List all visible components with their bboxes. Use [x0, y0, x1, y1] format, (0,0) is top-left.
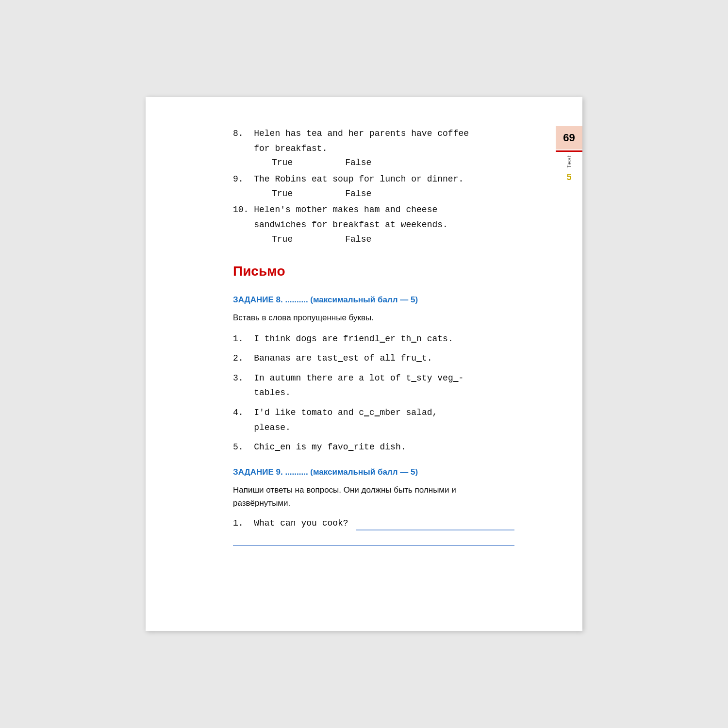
- zadanie9-header: ЗАДАНИЕ 9. .......... (максимальный балл…: [233, 465, 514, 479]
- question-8: 8. Helen has tea and her parents have co…: [233, 126, 514, 170]
- zadanie8-item-4: 4. I'd like tomato and c_c_mber salad, p…: [233, 405, 514, 435]
- tab-number: 5: [566, 172, 571, 182]
- zadanie9-question-text: 1. What can you cook?: [233, 516, 353, 530]
- page-number: 69: [556, 126, 582, 149]
- page: 69 Test 5 8. Helen has tea and her paren…: [146, 97, 582, 631]
- answer-blank-line[interactable]: [356, 522, 514, 530]
- zadanie8-item-5: 5. Chic_en is my favo_rite dish.: [233, 440, 514, 455]
- zadanie9-item-1: 1. What can you cook?: [233, 516, 514, 530]
- red-divider: [556, 150, 582, 152]
- sidebar-tab: 69 Test 5: [556, 126, 582, 182]
- question-10-trueFalse: True False: [233, 232, 514, 247]
- question-8-trueFalse: True False: [233, 156, 514, 170]
- zadanie8-item-1: 1. I think dogs are friendl_er th_n cats…: [233, 331, 514, 347]
- zadanie8-header: ЗАДАНИЕ 8. .......... (максимальный балл…: [233, 293, 514, 306]
- answer-continuation-line: [233, 537, 514, 546]
- zadanie9-instruction: Напиши ответы на вопросы. Они должны быт…: [233, 483, 514, 510]
- main-content: 8. Helen has tea and her parents have co…: [233, 126, 514, 546]
- question-8-text: 8. Helen has tea and her parents have co…: [233, 126, 514, 156]
- question-9-trueFalse: True False: [233, 187, 514, 201]
- question-9: 9. The Robins eat soup for lunch or dinn…: [233, 172, 514, 200]
- zadanie8-item-3: 3. In autumn there are a lot of t_sty ve…: [233, 371, 514, 400]
- question-9-text: 9. The Robins eat soup for lunch or dinn…: [233, 172, 514, 187]
- question-10: 10. Helen's mother makes ham and cheese …: [233, 202, 514, 246]
- tab-label: Test: [565, 155, 573, 168]
- question-10-text: 10. Helen's mother makes ham and cheese …: [233, 202, 514, 232]
- zadanie8-item-2: 2. Bananas are tast_est of all fru_t.: [233, 351, 514, 366]
- section-title: Письмо: [233, 261, 514, 282]
- zadanie8-instruction: Вставь в слова пропущенные буквы.: [233, 311, 514, 324]
